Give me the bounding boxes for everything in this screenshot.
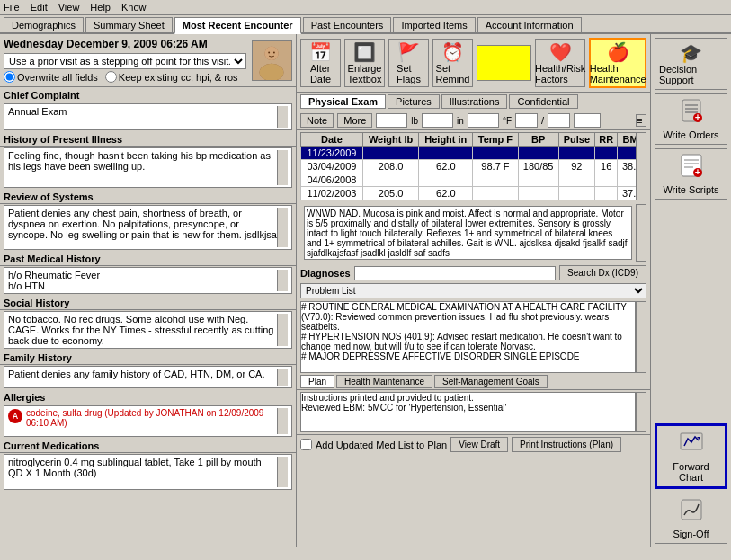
phys-tab-physical-exam[interactable]: Physical Exam: [300, 94, 386, 109]
search-dx-button[interactable]: Search Dx (ICD9): [559, 265, 646, 280]
current-meds-scrollbar[interactable]: [277, 457, 288, 487]
more-button[interactable]: More: [337, 113, 372, 128]
svg-point-5: [268, 51, 270, 53]
current-meds-section: Current Medications nitroglycerin 0.4 mg…: [0, 438, 296, 491]
temp-label: °F: [503, 116, 512, 126]
flags-label: SetFlags: [397, 63, 421, 84]
tab-most-recent-encounter[interactable]: Most Recent Encounter: [174, 17, 301, 34]
extra-input[interactable]: [574, 113, 601, 128]
family-history-scrollbar[interactable]: [277, 369, 288, 386]
vitals-row-2[interactable]: 04/06/2008: [301, 173, 646, 187]
hpi-scrollbar[interactable]: [277, 150, 288, 185]
vitals-height-2: [419, 173, 473, 187]
dx-search-input[interactable]: [354, 266, 556, 280]
alter-date-button[interactable]: 📅 AlterDate: [300, 39, 341, 87]
plan-footer: Add Updated Med List to Plan View Draft …: [297, 434, 650, 454]
note-button[interactable]: Note: [300, 113, 334, 128]
assessment-textarea[interactable]: [300, 301, 636, 373]
vitals-date-0: 11/23/2009: [301, 147, 363, 160]
tab-past-encounters[interactable]: Past Encounters: [303, 17, 392, 32]
sign-off-button[interactable]: Sign-Off: [655, 493, 727, 544]
write-scripts-button[interactable]: + Write Scripts: [655, 148, 727, 200]
bp2-input[interactable]: [548, 113, 570, 128]
menu-edit[interactable]: Edit: [31, 2, 48, 13]
forward-chart-button[interactable]: Forward Chart: [655, 423, 727, 489]
family-history-header: Family History: [0, 351, 296, 365]
chief-complaint-scrollbar[interactable]: [277, 106, 288, 128]
decision-support-icon: 🎓: [680, 42, 702, 64]
family-history-content: Patient denies any family history of CAD…: [4, 366, 292, 388]
phys-tab-pictures[interactable]: Pictures: [388, 94, 440, 109]
plan-section: [300, 392, 646, 432]
plan-scrollbar[interactable]: [636, 392, 646, 432]
tab-account-information[interactable]: Account Information: [477, 17, 582, 32]
assessment-scrollbar[interactable]: [636, 301, 646, 373]
menu-view[interactable]: View: [58, 2, 80, 13]
vitals-row-1[interactable]: 03/04/2009 208.0 62.0 98.7 F 180/85 92 1…: [301, 160, 646, 173]
visit-dropdown[interactable]: Use a prior visit as a stepping off poin…: [4, 53, 246, 69]
overwrite-radio[interactable]: [4, 71, 15, 83]
vitals-table-scrollbar[interactable]: [636, 132, 646, 200]
allergies-header: Allergies: [0, 391, 296, 404]
keepcc-label[interactable]: Keep existing cc, hpi, & ros: [105, 71, 238, 83]
col-temp: Temp F: [473, 133, 518, 147]
col-weight: Weight lb: [362, 133, 418, 147]
health-maintenance-button[interactable]: 🍎 HealthMaintenance: [589, 38, 646, 88]
right-buttons: 🎓 Decision Support + Write Orders: [650, 34, 731, 547]
view-draft-button[interactable]: View Draft: [450, 437, 508, 452]
keepcc-radio[interactable]: [105, 71, 117, 83]
svg-point-4: [260, 63, 284, 80]
vitals-row-0[interactable]: 11/23/2009: [301, 147, 646, 160]
height-input[interactable]: [422, 113, 453, 128]
decision-support-button[interactable]: 🎓 Decision Support: [655, 38, 727, 90]
problem-list-select[interactable]: Problem List: [300, 283, 646, 298]
pmh-scrollbar[interactable]: [277, 270, 288, 291]
ros-scrollbar[interactable]: [277, 208, 288, 247]
health-risk-button[interactable]: ❤️ Health/RiskFactors: [535, 39, 585, 87]
patient-photo-svg: [253, 40, 291, 81]
social-history-scrollbar[interactable]: [277, 314, 288, 346]
temp-input[interactable]: [468, 113, 499, 128]
in-label: in: [457, 116, 464, 126]
notes-text[interactable]: WNWD NAD. Mucosa is pink and moist. Affe…: [304, 206, 632, 260]
alter-date-icon: 📅: [309, 41, 332, 63]
tab-health-maintenance[interactable]: Health Maintenance: [336, 375, 432, 388]
sign-off-icon: [679, 497, 704, 527]
phys-tab-confidential[interactable]: Confidential: [509, 94, 577, 109]
set-remind-button[interactable]: ⏰ SetRemind: [432, 39, 473, 87]
vitals-scroll-btn[interactable]: ≡: [636, 114, 646, 127]
vitals-bp-2: [518, 173, 558, 187]
vitals-row-3[interactable]: 11/02/2003 205.0 62.0 37.8: [301, 187, 646, 200]
tab-imported-items[interactable]: Imported Items: [393, 17, 475, 32]
enlarge-textbox-button[interactable]: 🔲 EnlargeTextbox: [344, 39, 385, 87]
chief-complaint-header: Chief Complaint: [0, 89, 296, 102]
med-list-checkbox[interactable]: [300, 439, 312, 450]
set-flags-button[interactable]: 🚩 SetFlags: [388, 39, 429, 87]
vitals-date-3: 11/02/2003: [301, 187, 363, 200]
bp-input[interactable]: [515, 113, 538, 128]
tab-demographics[interactable]: Demographics: [4, 17, 84, 32]
current-meds-content: nitroglycerin 0.4 mg sublingual tablet, …: [4, 454, 292, 490]
notes-scrollbar[interactable]: [636, 204, 646, 262]
weight-input[interactable]: [376, 113, 407, 128]
menu-file[interactable]: File: [4, 2, 20, 13]
write-orders-button[interactable]: + Write Orders: [655, 93, 727, 145]
phys-tab-illustrations[interactable]: Illustrations: [441, 94, 508, 109]
print-instructions-button[interactable]: Print Instructions (Plan): [512, 437, 621, 452]
med-list-label: Add Updated Med List to Plan: [316, 440, 447, 450]
tab-self-management[interactable]: Self-Management Goals: [434, 375, 548, 388]
allergies-scrollbar[interactable]: [277, 408, 288, 434]
overwrite-label[interactable]: Overwrite all fields: [4, 71, 98, 83]
vitals-pulse-1: 92: [558, 160, 594, 173]
vitals-pulse-2: [558, 173, 594, 187]
menu-help[interactable]: Help: [90, 2, 111, 13]
vitals-temp-0: [473, 147, 518, 160]
plan-textarea[interactable]: [300, 392, 636, 432]
svg-rect-21: [682, 500, 701, 520]
hpi-content: Feeling fine, though hasn't been taking …: [4, 147, 292, 188]
diagnoses-label: Diagnoses: [300, 268, 351, 279]
tab-plan[interactable]: Plan: [300, 375, 334, 388]
menu-know[interactable]: Know: [121, 2, 147, 13]
tab-summary-sheet[interactable]: Summary Sheet: [85, 17, 173, 32]
right-main: 📅 AlterDate 🔲 EnlargeTextbox 🚩 SetFlags …: [297, 34, 731, 547]
